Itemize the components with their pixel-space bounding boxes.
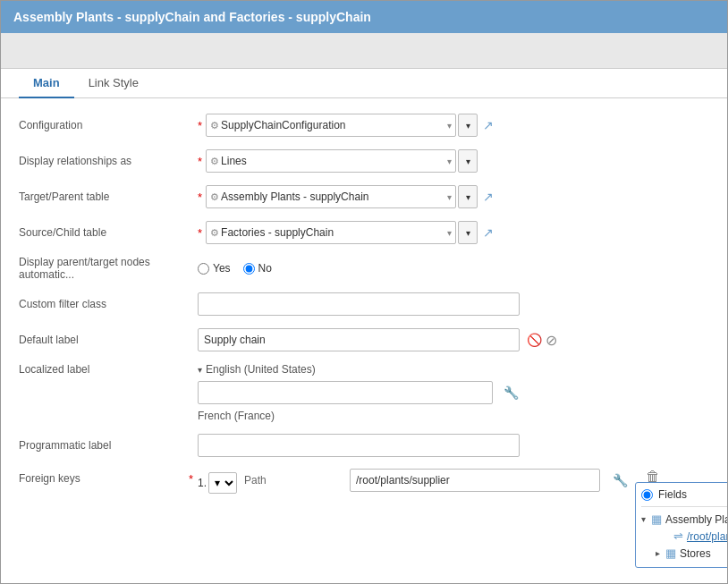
configuration-value: SupplyChainConfiguration xyxy=(221,119,447,131)
source-child-ext-link[interactable]: ↗ xyxy=(483,225,494,240)
target-parent-arrow: ▾ xyxy=(447,192,452,202)
fk-number: 1. xyxy=(198,477,207,489)
programmatic-label-label: Programmatic label xyxy=(19,439,198,452)
fk-details: Path 🔧 Fields xyxy=(244,469,635,583)
clear-icon[interactable]: ⊘ xyxy=(546,332,557,349)
config-btn-arrow: ▾ xyxy=(466,121,470,131)
target-parent-row: Target/Parent table * ⚙ Assembly Plants … xyxy=(19,184,709,209)
default-label-row: Default label 🚫 ⊘ xyxy=(19,327,709,352)
config-dropdown-arrow: ▾ xyxy=(447,121,452,131)
programmatic-label-input[interactable] xyxy=(198,434,520,457)
toolbar-area xyxy=(1,33,727,69)
tree-expand-assembly[interactable]: ▾ xyxy=(641,514,646,524)
configuration-dropdown-btn[interactable]: ▾ xyxy=(458,114,478,137)
display-nodes-yes-label[interactable]: Yes xyxy=(198,262,231,275)
window-title: Assembly Plants - supplyChain and Factor… xyxy=(13,10,371,24)
fk-path-input[interactable] xyxy=(350,469,600,492)
expand-arrow-english: ▾ xyxy=(198,365,202,375)
foreign-keys-label: Foreign keys xyxy=(19,469,198,485)
display-rel-arrow: ▾ xyxy=(447,157,452,166)
tree-table-icon-stores: ▦ xyxy=(665,546,676,560)
required-star5: * xyxy=(189,472,193,486)
custom-filter-row: Custom filter class xyxy=(19,292,709,317)
display-relationships-label: Display relationships as xyxy=(19,155,198,167)
custom-filter-control xyxy=(198,292,709,316)
tab-link-style[interactable]: Link Style xyxy=(74,69,153,98)
main-window: Assembly Plants - supplyChain and Factor… xyxy=(0,0,728,584)
source-child-dropdown-btn[interactable]: ▾ xyxy=(458,221,478,244)
fk-num-select[interactable]: ▾ xyxy=(208,472,237,494)
fk-path-row: Path 🔧 Fields xyxy=(244,469,635,492)
fk-num-wrapper: 1. ▾ xyxy=(198,472,237,494)
localized-english-input[interactable] xyxy=(198,381,493,404)
source-child-value: Factories - supplyChain xyxy=(221,226,447,239)
source-child-gear-icon: ⚙ xyxy=(210,227,219,239)
display-nodes-row: Display parent/target nodes automatic...… xyxy=(19,256,709,281)
display-rel-gear-icon: ⚙ xyxy=(210,156,219,167)
source-child-select-wrapper[interactable]: ⚙ Factories - supplyChain ▾ xyxy=(206,221,456,244)
display-relationships-value: Lines xyxy=(221,155,447,167)
foreign-keys-row: Foreign keys * 1. ▾ P xyxy=(19,469,709,583)
display-nodes-no-label[interactable]: No xyxy=(243,262,272,275)
fk-dropdown-popup: Fields ▾ ▦ Assembly Plants xyxy=(635,482,727,568)
tab-main[interactable]: Main xyxy=(19,69,74,98)
configuration-ext-link[interactable]: ↗ xyxy=(483,118,494,132)
fk-path-icon[interactable]: 🔧 xyxy=(613,473,628,487)
popup-fields-label: Fields xyxy=(658,488,687,501)
display-nodes-radio-group: Yes No xyxy=(198,262,272,275)
localized-label-control: ▾ English (United States) 🔧 French (Fran… xyxy=(198,363,709,422)
target-parent-ext-link[interactable]: ↗ xyxy=(483,190,494,204)
display-nodes-label: Display parent/target nodes automatic... xyxy=(19,256,198,281)
tree-table-icon-assembly: ▦ xyxy=(651,512,662,526)
display-relationships-select-wrapper[interactable]: ⚙ Lines ▾ xyxy=(206,149,456,173)
target-parent-btn-arrow: ▾ xyxy=(466,192,470,202)
form-content: Configuration * ⚙ SupplyChainConfigurati… xyxy=(1,98,727,583)
required-star4: * xyxy=(198,226,202,240)
target-parent-select-wrapper[interactable]: ⚙ Assembly Plants - supplyChain ▾ xyxy=(206,185,456,208)
configuration-label: Configuration xyxy=(19,119,198,131)
configuration-row: Configuration * ⚙ SupplyChainConfigurati… xyxy=(19,113,709,138)
no-translate-icon[interactable]: 🚫 xyxy=(527,333,542,347)
source-child-arrow: ▾ xyxy=(447,228,452,238)
programmatic-label-row: Programmatic label xyxy=(19,433,709,458)
display-rel-dropdown-btn[interactable]: ▾ xyxy=(458,149,478,173)
fk-path-label: Path xyxy=(244,474,343,487)
tabs-container: Main Link Style xyxy=(1,69,727,98)
required-star2: * xyxy=(198,155,202,168)
default-label-input[interactable] xyxy=(198,328,520,351)
display-rel-btn-arrow: ▾ xyxy=(466,157,470,166)
display-nodes-yes-radio[interactable] xyxy=(198,263,209,275)
target-parent-gear-icon: ⚙ xyxy=(210,191,219,203)
required-star3: * xyxy=(198,190,202,204)
display-relationships-control: * ⚙ Lines ▾ ▾ xyxy=(198,149,709,173)
foreign-key-1-row: 1. ▾ Path 🔧 xyxy=(198,469,660,583)
target-parent-label: Target/Parent table xyxy=(19,190,198,203)
tree-stores-label: Stores xyxy=(680,547,711,560)
popup-radio-row: Fields xyxy=(641,488,727,501)
localized-label-row: Localized label ▾ English (United States… xyxy=(19,363,709,422)
tree-expand-stores[interactable]: ▸ xyxy=(656,548,660,558)
source-child-label: Source/Child table xyxy=(19,226,198,239)
default-label-label: Default label xyxy=(19,334,198,346)
foreign-keys-control: * 1. ▾ Path 🔧 xyxy=(198,469,709,583)
localized-label-label: Localized label xyxy=(19,363,198,376)
display-nodes-control: Yes No xyxy=(198,262,709,275)
popup-fields-radio[interactable] xyxy=(641,489,653,501)
custom-filter-input[interactable] xyxy=(198,292,520,316)
tree-supplier-label[interactable]: /root/plants/supplier xyxy=(687,530,727,543)
popup-divider xyxy=(641,506,727,507)
localized-english-header: ▾ English (United States) xyxy=(198,363,316,376)
title-bar: Assembly Plants - supplyChain and Factor… xyxy=(1,1,727,33)
custom-filter-label: Custom filter class xyxy=(19,298,198,310)
target-parent-dropdown-btn[interactable]: ▾ xyxy=(458,185,478,208)
programmatic-label-control xyxy=(198,434,709,457)
source-child-row: Source/Child table * ⚙ Factories - suppl… xyxy=(19,220,709,245)
configuration-control: * ⚙ SupplyChainConfiguration ▾ ▾ ↗ xyxy=(198,114,709,137)
localized-english-icon[interactable]: 🔧 xyxy=(504,385,519,400)
tree-link-icon-supplier: ⇌ xyxy=(673,529,683,543)
target-parent-value: Assembly Plants - supplyChain xyxy=(221,190,447,203)
display-nodes-no-radio[interactable] xyxy=(243,263,255,275)
tree-stores-item: ▸ ▦ Stores xyxy=(641,545,727,562)
source-child-btn-arrow: ▾ xyxy=(466,228,470,238)
configuration-select-wrapper[interactable]: ⚙ SupplyChainConfiguration ▾ xyxy=(206,114,456,137)
